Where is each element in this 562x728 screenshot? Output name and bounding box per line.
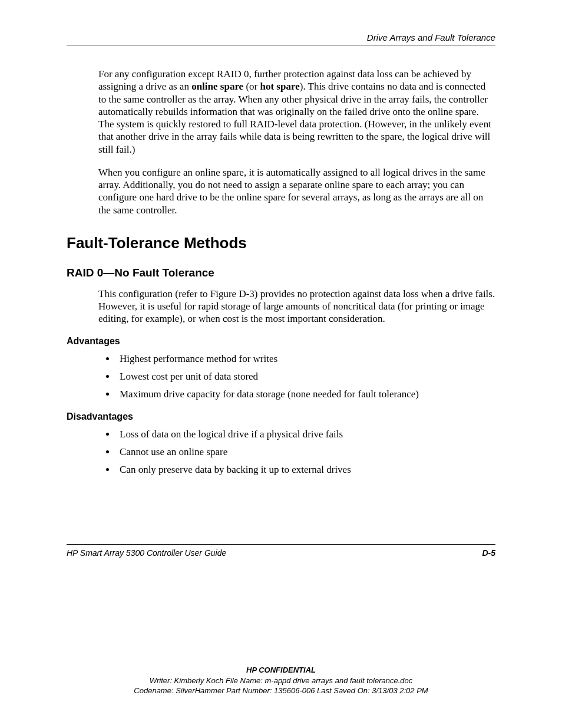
page-content: Drive Arrays and Fault Tolerance For any… bbox=[0, 0, 562, 476]
confidential-footer: HP CONFIDENTIAL Writer: Kimberly Koch Fi… bbox=[0, 665, 562, 696]
running-title: Drive Arrays and Fault Tolerance bbox=[367, 32, 495, 42]
codename-line: Codename: SilverHammer Part Number: 1356… bbox=[0, 686, 562, 696]
footer-guide-title: HP Smart Array 5300 Controller User Guid… bbox=[67, 548, 226, 558]
paragraph-online-spare-config: When you configure an online spare, it i… bbox=[98, 166, 495, 216]
advantages-list: Highest performance method for writes Lo… bbox=[116, 353, 495, 401]
list-item: Lowest cost per unit of data stored bbox=[116, 370, 495, 383]
running-header: Drive Arrays and Fault Tolerance bbox=[67, 32, 495, 45]
list-item: Maximum drive capacity for data storage … bbox=[116, 388, 495, 401]
footer-page-number: D-5 bbox=[482, 548, 495, 558]
heading-raid0: RAID 0—No Fault Tolerance bbox=[67, 266, 495, 279]
heading-advantages: Advantages bbox=[67, 336, 495, 347]
heading-fault-tolerance-methods: Fault-Tolerance Methods bbox=[67, 234, 495, 252]
list-item: Highest performance method for writes bbox=[116, 353, 495, 365]
writer-line: Writer: Kimberly Koch File Name: m-appd … bbox=[0, 676, 562, 686]
intro-paragraphs: For any configuration except RAID 0, fur… bbox=[98, 68, 495, 216]
list-item: Can only preserve data by backing it up … bbox=[116, 463, 495, 476]
paragraph-online-spare: For any configuration except RAID 0, fur… bbox=[98, 68, 495, 156]
raid0-intro: This configuration (refer to Figure D-3)… bbox=[98, 288, 495, 325]
list-item: Cannot use an online spare bbox=[116, 446, 495, 459]
heading-disadvantages: Disadvantages bbox=[67, 411, 495, 422]
page-footer: HP Smart Array 5300 Controller User Guid… bbox=[67, 544, 495, 558]
list-item: Loss of data on the logical drive if a p… bbox=[116, 428, 495, 441]
confidential-label: HP CONFIDENTIAL bbox=[0, 665, 562, 676]
disadvantages-list: Loss of data on the logical drive if a p… bbox=[116, 428, 495, 476]
